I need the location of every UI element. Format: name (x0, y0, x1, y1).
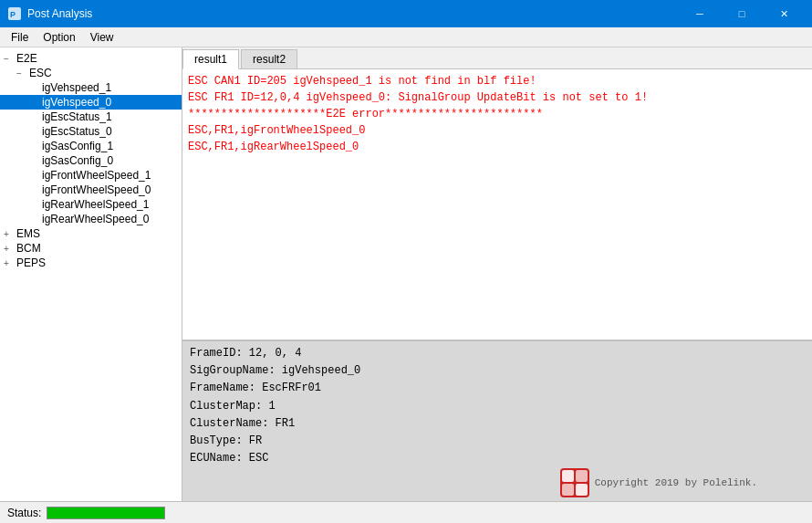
copyright-text: Copyright 2019 by Polelink. (595, 477, 757, 488)
tree-label-e2e: E2E (16, 52, 37, 65)
tree-item-igescstatus1[interactable]: igEscStatus_1 (0, 110, 182, 124)
result-top-pane: ESC CAN1 ID=205 igVehspeed_1 is not find… (182, 69, 812, 341)
result-line: *********************E2E error**********… (188, 106, 807, 122)
svg-rect-5 (562, 484, 574, 496)
tree-item-igfrontwheelspeed1[interactable]: igFrontWheelSpeed_1 (0, 168, 182, 183)
info-line: FrameID: 12, 0, 4 (190, 345, 805, 362)
window-controls: ─ □ ✕ (679, 0, 805, 27)
watermark: Copyright 2019 by Polelink. (560, 468, 757, 497)
result-line: ESC CAN1 ID=205 igVehspeed_1 is not find… (188, 73, 807, 89)
menu-item-view[interactable]: View (83, 28, 121, 47)
title-bar: P Post Analysis ─ □ ✕ (0, 0, 812, 27)
info-line: ClusterMap: 1 (190, 398, 805, 415)
status-indicator (47, 507, 165, 519)
info-line: FrameName: EscFRFr01 (190, 380, 805, 397)
tree-label-igescstatus1: igEscStatus_1 (42, 110, 112, 123)
tree-label-igvehspeed0: igVehspeed_0 (42, 96, 111, 109)
tab-result2[interactable]: result2 (241, 49, 297, 68)
svg-rect-4 (576, 470, 588, 482)
tree-item-igvehspeed1[interactable]: igVehspeed_1 (0, 80, 182, 95)
tree-label-ems: EMS (16, 227, 40, 240)
result-bottom-pane: FrameID: 12, 0, 4SigGroupName: igVehspee… (182, 341, 812, 501)
tabs-bar: result1result2 (182, 47, 812, 69)
status-label: Status: (7, 507, 41, 519)
tree-expander-e2e[interactable]: − (4, 54, 16, 64)
tree-label-peps: PEPS (16, 256, 46, 269)
svg-text:P: P (10, 10, 16, 19)
result-areas: ESC CAN1 ID=205 igVehspeed_1 is not find… (182, 69, 812, 501)
menu-item-option[interactable]: Option (36, 28, 82, 47)
tree-label-igsasconfig1: igSasConfig_1 (42, 140, 113, 152)
info-line: BusType: FR (190, 433, 805, 450)
tree-item-esc[interactable]: − ESC (0, 66, 182, 80)
tree-item-bcm[interactable]: + BCM (0, 241, 182, 256)
tree-label-igsasconfig0: igSasConfig_0 (42, 154, 113, 167)
window-title: Post Analysis (27, 7, 679, 20)
menu-bar: FileOptionView (0, 27, 812, 47)
main-content: − E2E− ESC igVehspeed_1 igVehspeed_0 igE… (0, 47, 812, 501)
tree-item-igrearwheelspeed0[interactable]: igRearWheelSpeed_0 (0, 212, 182, 226)
right-panel: result1result2 ESC CAN1 ID=205 igVehspee… (182, 47, 812, 501)
tree-item-igvehspeed0[interactable]: igVehspeed_0 (0, 95, 182, 110)
app-icon: P (7, 6, 22, 21)
info-line: SigGroupName: igVehspeed_0 (190, 362, 805, 380)
tree-item-igrearwheelspeed1[interactable]: igRearWheelSpeed_1 (0, 197, 182, 212)
tree-label-igescstatus0: igEscStatus_0 (42, 125, 112, 138)
result-line: ESC FR1 ID=12,0,4 igVehspeed_0: SignalGr… (188, 89, 807, 106)
minimize-button[interactable]: ─ (679, 0, 721, 27)
result-line: ESC,FR1,igFrontWheelSpeed_0 (188, 122, 807, 139)
tree-item-igsasconfig1[interactable]: igSasConfig_1 (0, 139, 182, 153)
tree-expander-esc[interactable]: − (16, 68, 29, 78)
result-line: ESC,FR1,igRearWheelSpeed_0 (188, 139, 807, 155)
info-line: ECUName: ESC (190, 450, 805, 467)
status-bar: Status: (0, 501, 812, 523)
info-line: ClusterName: FR1 (190, 415, 805, 433)
maximize-button[interactable]: □ (721, 0, 763, 27)
tree-label-esc: ESC (29, 67, 52, 79)
tree-label-igfrontwheelspeed1: igFrontWheelSpeed_1 (42, 169, 151, 182)
tree-item-e2e[interactable]: − E2E (0, 51, 182, 66)
tree-label-igrearwheelspeed0: igRearWheelSpeed_0 (42, 213, 149, 225)
tree-label-igvehspeed1: igVehspeed_1 (42, 81, 111, 94)
tree-item-igescstatus0[interactable]: igEscStatus_0 (0, 124, 182, 139)
watermark-logo (560, 468, 589, 497)
tree-item-igsasconfig0[interactable]: igSasConfig_0 (0, 153, 182, 168)
tree-expander-ems[interactable]: + (4, 229, 16, 239)
tree-item-igfrontwheelspeed0[interactable]: igFrontWheelSpeed_0 (0, 183, 182, 197)
tree-expander-peps[interactable]: + (4, 258, 16, 268)
menu-item-file[interactable]: File (4, 28, 36, 47)
tree-item-peps[interactable]: + PEPS (0, 256, 182, 270)
tree-label-bcm: BCM (16, 242, 41, 255)
tree-label-igfrontwheelspeed0: igFrontWheelSpeed_0 (42, 183, 151, 196)
svg-rect-3 (562, 470, 574, 482)
close-button[interactable]: ✕ (763, 0, 805, 27)
tree-panel: − E2E− ESC igVehspeed_1 igVehspeed_0 igE… (0, 47, 182, 501)
tree-expander-bcm[interactable]: + (4, 244, 16, 254)
svg-rect-6 (576, 484, 588, 496)
tree-label-igrearwheelspeed1: igRearWheelSpeed_1 (42, 198, 149, 211)
tree-item-ems[interactable]: + EMS (0, 226, 182, 241)
tab-result1[interactable]: result1 (182, 49, 239, 69)
